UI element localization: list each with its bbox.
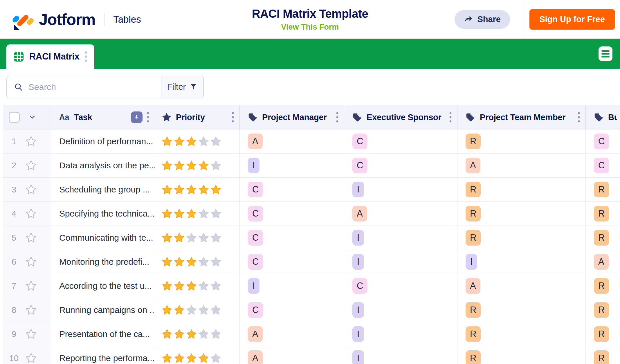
ba-cell[interactable]: R — [586, 298, 617, 322]
es-cell[interactable]: I — [344, 178, 457, 202]
header-priority-column[interactable]: Priority — [155, 105, 240, 129]
ptm-cell[interactable]: I — [457, 250, 586, 274]
raci-badge[interactable]: A — [466, 278, 480, 294]
raci-badge[interactable]: C — [594, 134, 609, 149]
pm-cell[interactable]: C — [240, 178, 344, 202]
header-task-column[interactable]: Aa Task — [51, 105, 155, 129]
filter-button[interactable]: Filter — [161, 76, 203, 98]
raci-badge[interactable]: C — [248, 302, 263, 318]
header-ba-column[interactable]: Bus — [586, 105, 617, 129]
ba-cell[interactable]: R — [586, 346, 617, 364]
priority-cell[interactable] — [155, 154, 240, 178]
raci-badge[interactable]: C — [594, 158, 609, 173]
signup-button[interactable]: Sign Up for Free — [529, 9, 615, 30]
favorite-star-icon[interactable] — [25, 280, 37, 292]
raci-badge[interactable]: A — [594, 254, 609, 270]
raci-badge[interactable]: A — [248, 134, 263, 149]
priority-cell[interactable] — [155, 346, 240, 364]
ba-cell[interactable]: C — [586, 129, 617, 154]
favorite-star-icon[interactable] — [25, 328, 37, 340]
ba-cell[interactable]: R — [586, 202, 617, 226]
favorite-star-icon[interactable] — [25, 159, 37, 172]
task-cell[interactable]: Monitoring the predefi... — [51, 250, 155, 274]
es-cell[interactable]: A — [344, 202, 457, 226]
favorite-star-icon[interactable] — [25, 352, 37, 364]
share-button[interactable]: Share — [455, 10, 510, 29]
pm-cell[interactable]: I — [240, 154, 344, 178]
tab-raci-matrix[interactable]: RACI Matrix — [6, 44, 94, 69]
raci-badge[interactable]: R — [466, 230, 481, 246]
column-menu-icon[interactable] — [147, 111, 149, 123]
ba-cell[interactable]: R — [586, 226, 617, 250]
pin-column-button[interactable] — [131, 111, 143, 123]
raci-badge[interactable]: C — [248, 182, 263, 197]
ba-cell[interactable]: R — [586, 274, 617, 298]
pm-cell[interactable]: I — [240, 274, 344, 298]
ptm-cell[interactable]: A — [457, 274, 586, 298]
pm-cell[interactable]: A — [240, 346, 344, 364]
header-es-column[interactable]: Executive Sponsor — [344, 105, 457, 129]
column-menu-icon[interactable] — [449, 111, 452, 123]
raci-badge[interactable]: C — [248, 206, 263, 221]
raci-badge[interactable]: I — [352, 326, 364, 342]
es-cell[interactable]: I — [344, 250, 457, 274]
raci-badge[interactable]: R — [466, 206, 481, 221]
raci-badge[interactable]: R — [594, 182, 609, 197]
raci-badge[interactable]: R — [466, 134, 481, 149]
task-cell[interactable]: Running campaigns on ... — [51, 298, 155, 322]
column-menu-icon[interactable] — [577, 111, 580, 123]
ptm-cell[interactable]: A — [457, 154, 586, 178]
favorite-star-icon[interactable] — [25, 183, 37, 196]
favorite-star-icon[interactable] — [25, 232, 37, 244]
raci-badge[interactable]: C — [248, 230, 263, 246]
raci-badge[interactable]: A — [352, 206, 367, 221]
ptm-cell[interactable]: R — [457, 178, 586, 202]
task-cell[interactable]: According to the test u... — [51, 274, 155, 298]
raci-badge[interactable]: A — [466, 158, 480, 173]
raci-badge[interactable]: R — [594, 302, 609, 318]
task-cell[interactable]: Definition of performan... — [51, 129, 155, 154]
column-menu-icon[interactable] — [231, 111, 234, 123]
raci-badge[interactable]: R — [594, 326, 609, 342]
raci-badge[interactable]: R — [466, 350, 481, 364]
raci-badge[interactable]: A — [248, 350, 263, 364]
ba-cell[interactable]: A — [586, 250, 617, 274]
favorite-star-icon[interactable] — [25, 135, 37, 147]
raci-badge[interactable]: R — [594, 278, 609, 294]
sheet-menu-button[interactable] — [599, 46, 612, 61]
ba-cell[interactable]: R — [586, 322, 617, 346]
es-cell[interactable]: C — [344, 129, 457, 154]
tab-kebab-menu-icon[interactable] — [84, 51, 87, 62]
task-cell[interactable]: Presentation of the ca... — [51, 322, 155, 346]
raci-badge[interactable]: R — [466, 326, 481, 342]
ba-cell[interactable]: C — [586, 154, 617, 178]
ptm-cell[interactable]: R — [457, 226, 586, 250]
priority-cell[interactable] — [155, 226, 240, 250]
column-menu-icon[interactable] — [336, 111, 339, 123]
ba-cell[interactable]: R — [586, 178, 617, 202]
raci-badge[interactable]: I — [352, 254, 364, 270]
priority-cell[interactable] — [155, 274, 240, 298]
pm-cell[interactable]: C — [240, 202, 344, 226]
raci-badge[interactable]: C — [248, 254, 263, 270]
header-pm-column[interactable]: Project Manager — [240, 105, 344, 129]
priority-cell[interactable] — [155, 202, 240, 226]
raci-badge[interactable]: I — [248, 278, 259, 294]
raci-badge[interactable]: C — [352, 134, 367, 149]
task-cell[interactable]: Scheduling the group ... — [51, 178, 155, 202]
priority-cell[interactable] — [155, 322, 240, 346]
task-cell[interactable]: Data analysis on the pe... — [51, 154, 155, 178]
priority-cell[interactable] — [155, 178, 240, 202]
chevron-down-icon[interactable] — [28, 113, 37, 122]
favorite-star-icon[interactable] — [25, 208, 37, 220]
es-cell[interactable]: I — [344, 346, 457, 364]
raci-badge[interactable]: A — [248, 326, 263, 342]
pm-cell[interactable]: A — [240, 129, 344, 154]
es-cell[interactable]: C — [344, 274, 457, 298]
ptm-cell[interactable]: R — [457, 129, 586, 154]
favorite-star-icon[interactable] — [25, 256, 37, 268]
search-input[interactable] — [28, 82, 154, 92]
header-ptm-column[interactable]: Project Team Member — [457, 105, 586, 129]
priority-cell[interactable] — [155, 250, 240, 274]
raci-badge[interactable]: I — [248, 158, 259, 173]
